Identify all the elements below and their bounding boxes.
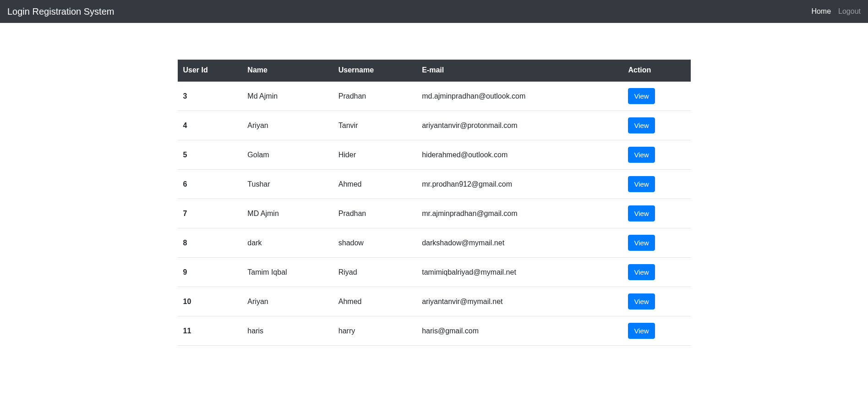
cell-user-id: 5 xyxy=(178,140,242,170)
cell-username: harry xyxy=(333,316,416,346)
cell-user-id: 7 xyxy=(178,199,242,228)
table-row: 6TusharAhmedmr.prodhan912@gmail.comView xyxy=(178,170,691,199)
cell-action: View xyxy=(622,170,690,199)
table-row: 8darkshadowdarkshadow@mymail.netView xyxy=(178,228,691,258)
cell-username: Hider xyxy=(333,140,416,170)
cell-username: Riyad xyxy=(333,258,416,287)
cell-name: Tushar xyxy=(242,170,333,199)
view-button[interactable]: View xyxy=(628,117,655,133)
cell-name: Md Ajmin xyxy=(242,81,333,111)
cell-name: Ariyan xyxy=(242,287,333,316)
users-table: User Id Name Username E-mail Action 3Md … xyxy=(178,60,691,346)
col-header-action: Action xyxy=(622,60,690,81)
cell-username: Ahmed xyxy=(333,287,416,316)
cell-name: Ariyan xyxy=(242,111,333,140)
view-button[interactable]: View xyxy=(628,293,655,310)
view-button[interactable]: View xyxy=(628,176,655,192)
cell-email: mr.prodhan912@gmail.com xyxy=(416,170,622,199)
view-button[interactable]: View xyxy=(628,264,655,280)
cell-user-id: 11 xyxy=(178,316,242,346)
cell-username: Pradhan xyxy=(333,199,416,228)
table-row: 3Md AjminPradhanmd.ajminpradhan@outlook.… xyxy=(178,81,691,111)
cell-action: View xyxy=(622,258,690,287)
view-button[interactable]: View xyxy=(628,323,655,339)
table-row: 7MD AjminPradhanmr.ajminpradhan@gmail.co… xyxy=(178,199,691,228)
cell-user-id: 9 xyxy=(178,258,242,287)
cell-email: darkshadow@mymail.net xyxy=(416,228,622,258)
cell-username: Tanvir xyxy=(333,111,416,140)
cell-email: ariyantanvir@mymail.net xyxy=(416,287,622,316)
cell-email: md.ajminpradhan@outlook.com xyxy=(416,81,622,111)
cell-action: View xyxy=(622,316,690,346)
table-row: 5GolamHiderhiderahmed@outlook.comView xyxy=(178,140,691,170)
cell-action: View xyxy=(622,228,690,258)
col-header-email: E-mail xyxy=(416,60,622,81)
col-header-name: Name xyxy=(242,60,333,81)
view-button[interactable]: View xyxy=(628,88,655,104)
cell-user-id: 10 xyxy=(178,287,242,316)
cell-action: View xyxy=(622,81,690,111)
cell-username: Pradhan xyxy=(333,81,416,111)
cell-email: hiderahmed@outlook.com xyxy=(416,140,622,170)
cell-action: View xyxy=(622,111,690,140)
table-row: 4AriyanTanvirariyantanvir@protonmail.com… xyxy=(178,111,691,140)
navbar-brand[interactable]: Login Registration System xyxy=(7,5,114,19)
cell-action: View xyxy=(622,287,690,316)
col-header-username: Username xyxy=(333,60,416,81)
cell-email: ariyantanvir@protonmail.com xyxy=(416,111,622,140)
navbar-nav: Home Logout xyxy=(811,7,861,16)
cell-name: Golam xyxy=(242,140,333,170)
cell-user-id: 8 xyxy=(178,228,242,258)
view-button[interactable]: View xyxy=(628,147,655,163)
cell-user-id: 6 xyxy=(178,170,242,199)
cell-user-id: 4 xyxy=(178,111,242,140)
table-row: 10AriyanAhmedariyantanvir@mymail.netView xyxy=(178,287,691,316)
navbar: Login Registration System Home Logout xyxy=(0,0,868,23)
cell-action: View xyxy=(622,199,690,228)
cell-name: Tamim Iqbal xyxy=(242,258,333,287)
nav-link-logout[interactable]: Logout xyxy=(838,7,861,15)
cell-username: Ahmed xyxy=(333,170,416,199)
table-row: 11harisharryharis@gmail.comView xyxy=(178,316,691,346)
table-row: 9Tamim IqbalRiyadtamimiqbalriyad@mymail.… xyxy=(178,258,691,287)
cell-user-id: 3 xyxy=(178,81,242,111)
cell-username: shadow xyxy=(333,228,416,258)
cell-email: mr.ajminpradhan@gmail.com xyxy=(416,199,622,228)
cell-name: MD Ajmin xyxy=(242,199,333,228)
nav-link-home[interactable]: Home xyxy=(811,7,831,15)
cell-action: View xyxy=(622,140,690,170)
cell-email: tamimiqbalriyad@mymail.net xyxy=(416,258,622,287)
cell-name: dark xyxy=(242,228,333,258)
view-button[interactable]: View xyxy=(628,205,655,221)
col-header-user-id: User Id xyxy=(178,60,242,81)
cell-email: haris@gmail.com xyxy=(416,316,622,346)
cell-name: haris xyxy=(242,316,333,346)
view-button[interactable]: View xyxy=(628,235,655,251)
